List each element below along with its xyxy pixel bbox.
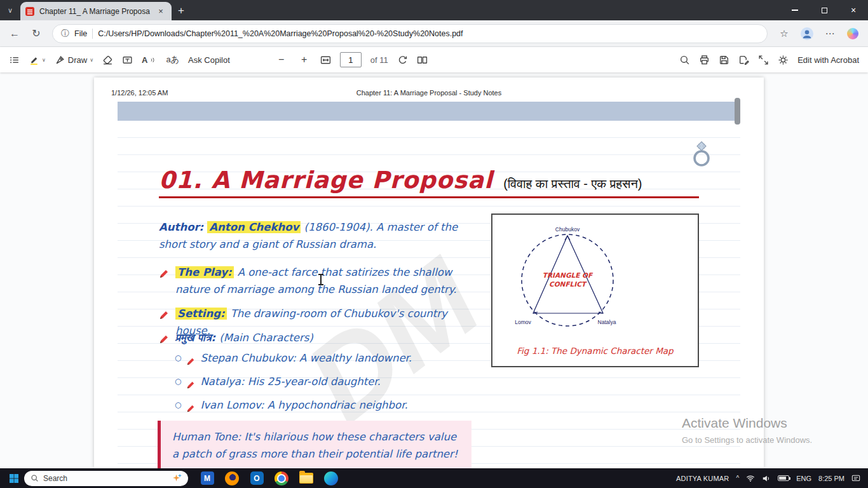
address-bar[interactable]: ⓘ File C:/Users/HP/Downloads/Chapter%201… xyxy=(52,24,768,43)
taskbar-app-edge[interactable] xyxy=(323,471,339,486)
tab-search-chevron-icon[interactable]: ∨ xyxy=(0,0,20,20)
read-aloud-button[interactable]: A xyxy=(142,55,157,65)
start-button[interactable] xyxy=(4,468,24,488)
contents-menu-button[interactable] xyxy=(9,55,20,65)
zoom-out-button[interactable]: − xyxy=(275,54,288,65)
tray-chevron-up-icon[interactable]: ^ xyxy=(736,475,739,482)
chrome-icon xyxy=(275,471,288,485)
author-rest: (1860-1904). A master of the short story… xyxy=(159,221,458,250)
ring-icon xyxy=(689,140,714,169)
info-icon[interactable]: ⓘ xyxy=(61,28,69,39)
taskbar-app-chrome[interactable] xyxy=(274,471,289,486)
close-button[interactable]: × xyxy=(839,0,868,20)
figure-label-chubukov: Chubukov xyxy=(555,226,580,233)
minimize-button[interactable] xyxy=(780,0,810,20)
page-meta-title: Chapter 11: A Marriage Proposal - Study … xyxy=(94,89,764,97)
file-scheme-label: File xyxy=(74,29,87,38)
wifi-icon[interactable] xyxy=(746,474,755,483)
copilot-icon xyxy=(847,28,858,39)
header-band xyxy=(118,102,740,121)
list-item-lomov: ○ Ivan Lomov: A hypochondriac neighbor. xyxy=(175,396,412,414)
scrollbar-thumb[interactable] xyxy=(735,98,740,125)
taskbar-app-mail[interactable]: M xyxy=(200,471,215,486)
tab-close-icon[interactable]: × xyxy=(155,6,166,16)
callout-text: Human Tone: It's hilarious how these cha… xyxy=(172,431,458,460)
fit-width-button[interactable] xyxy=(320,55,331,65)
language-indicator[interactable]: ENG xyxy=(796,475,811,482)
save-icon xyxy=(719,55,729,65)
notification-icon[interactable] xyxy=(851,474,860,483)
author-line: Author:Anton Chekhov (1860-1904). A mast… xyxy=(159,219,474,253)
outlook-icon: O xyxy=(250,471,264,485)
more-menu-icon[interactable]: ⋯ xyxy=(820,24,840,43)
fit-width-icon xyxy=(320,55,331,65)
taskbar-search[interactable]: Search xyxy=(24,471,188,486)
figure-label-lomov: Lomov xyxy=(515,319,531,325)
pencil-icon xyxy=(159,267,169,277)
add-text-button[interactable] xyxy=(122,55,133,65)
battery-icon[interactable] xyxy=(778,475,789,481)
bullet-label: Setting: xyxy=(175,308,227,320)
avatar-icon xyxy=(801,27,813,40)
browser-window: ∨ Chapter 11_ A Marriage Proposal × + × … xyxy=(0,0,868,488)
taskbar-app-firefox[interactable] xyxy=(224,471,240,486)
new-tab-button[interactable]: + xyxy=(172,1,191,20)
save-button[interactable] xyxy=(719,55,729,65)
highlighter-icon xyxy=(29,55,39,65)
highlighter-tool-button[interactable]: ∨ xyxy=(29,55,46,65)
figure-label-natalya: Natalya xyxy=(598,319,616,325)
draw-label: Draw xyxy=(68,55,87,65)
fullscreen-button[interactable] xyxy=(758,55,769,65)
rotate-button[interactable] xyxy=(397,55,408,65)
search-document-button[interactable] xyxy=(679,55,690,65)
edit-with-acrobat-button[interactable]: Edit with Acrobat xyxy=(797,55,859,65)
copilot-button[interactable] xyxy=(843,24,863,43)
maximize-button[interactable] xyxy=(810,0,839,20)
bullet-label: प्रमुख पात्र: xyxy=(175,332,215,344)
profile-avatar[interactable] xyxy=(797,24,817,43)
print-button[interactable] xyxy=(699,55,710,65)
chevron-down-icon: ∨ xyxy=(90,57,93,63)
back-button[interactable]: ← xyxy=(5,24,24,43)
bullet-main-characters: प्रमुख पात्र:(Main Characters) xyxy=(159,329,477,346)
maximize-icon xyxy=(822,8,827,13)
character-text: Ivan Lomov: A hypochondriac neighbor. xyxy=(200,396,407,414)
pencil-icon xyxy=(159,308,169,318)
minimize-icon xyxy=(792,10,798,11)
settings-button[interactable] xyxy=(778,55,789,65)
rotate-icon xyxy=(397,55,408,65)
translate-button[interactable]: aあ xyxy=(166,54,179,65)
browser-tab[interactable]: Chapter 11_ A Marriage Proposal × xyxy=(20,2,172,20)
taskbar-app-explorer[interactable] xyxy=(299,471,314,486)
save-as-button[interactable] xyxy=(738,55,749,65)
volume-icon[interactable] xyxy=(762,474,771,483)
circle-bullet-icon: ○ xyxy=(175,349,181,367)
search-label: Search xyxy=(43,474,67,483)
draw-button[interactable]: Draw ∨ xyxy=(55,55,93,65)
pdf-page: 1/12/26, 12:05 AM Chapter 11: A Marriage… xyxy=(94,78,764,468)
character-text: Natalya: His 25-year-old daughter. xyxy=(200,373,380,390)
read-aloud-icon: A xyxy=(142,55,147,65)
figure-box: Chubukov Lomov Natalya TRIANGLE OF CONFL… xyxy=(491,214,699,367)
clock[interactable]: 8:25 PM xyxy=(818,475,844,482)
system-tray: ADITYA KUMAR ^ ENG 8:25 PM xyxy=(676,474,864,483)
title-underline xyxy=(159,196,699,198)
list-item-chubukov: ○ Stepan Chubukov: A wealthy landowner. xyxy=(175,349,412,367)
page-number-input[interactable] xyxy=(340,52,362,67)
taskbar-app-outlook[interactable]: O xyxy=(249,471,264,486)
tab-title: Chapter 11_ A Marriage Proposal xyxy=(39,7,150,16)
save-as-icon xyxy=(738,55,749,65)
document-title-hindi: (विवाह का प्रस्ताव - एक प्रहसन) xyxy=(503,177,642,191)
two-page-icon xyxy=(417,55,428,65)
eraser-button[interactable] xyxy=(102,55,113,65)
file-explorer-icon xyxy=(299,473,313,484)
ask-copilot-button[interactable]: Ask Copilot xyxy=(188,55,230,65)
character-list: ○ Stepan Chubukov: A wealthy landowner. … xyxy=(175,349,412,420)
zoom-in-button[interactable]: + xyxy=(297,54,311,65)
ask-copilot-label: Ask Copilot xyxy=(188,55,230,65)
refresh-button[interactable]: ↻ xyxy=(27,24,46,43)
page-view-button[interactable] xyxy=(417,55,428,65)
favorites-star-icon[interactable]: ☆ xyxy=(774,24,794,43)
translate-icon: aあ xyxy=(166,54,179,65)
human-tone-callout: Human Tone: It's hilarious how these cha… xyxy=(158,421,471,468)
